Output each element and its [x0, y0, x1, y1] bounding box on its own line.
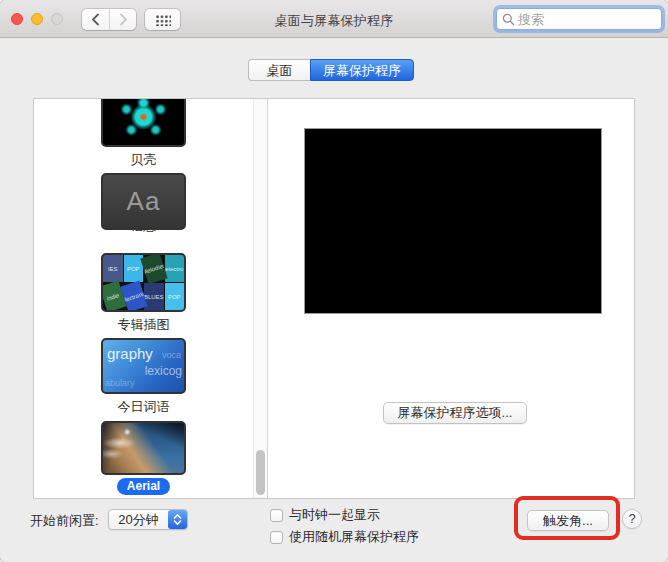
chevron-up-down-icon [173, 513, 182, 526]
word-sample: graphy [107, 345, 153, 362]
list-item-shell[interactable]: 贝壳 [34, 98, 253, 169]
list-scrollbar-track[interactable] [253, 99, 267, 498]
search-field[interactable] [496, 8, 662, 30]
random-saver-label: 使用随机屏幕保护程序 [289, 528, 419, 546]
list-scrollbar-thumb[interactable] [256, 450, 265, 495]
idle-time-popup[interactable]: 20分钟 [108, 509, 188, 530]
idle-time-value: 20分钟 [109, 511, 168, 529]
search-input[interactable] [518, 12, 648, 27]
tab-bar: 桌面 屏幕保护程序 [248, 59, 414, 81]
show-with-clock-label: 与时钟一起显示 [289, 506, 380, 524]
word-of-day-thumbnail[interactable]: graphy voca lexicog abulary [101, 338, 186, 394]
word-sample: abulary [105, 378, 135, 388]
aerial-thumbnail[interactable] [101, 421, 186, 475]
random-saver-row: 使用随机屏幕保护程序 [270, 528, 419, 546]
grid-icon [155, 14, 171, 26]
word-sample: lexicog [145, 364, 182, 378]
tab-screensaver[interactable]: 屏幕保护程序 [310, 59, 414, 81]
pane-divider [267, 99, 268, 498]
search-icon [502, 13, 515, 26]
back-button[interactable] [82, 9, 109, 30]
minimize-button[interactable] [31, 13, 43, 25]
message-thumbnail[interactable]: Aa [101, 173, 186, 230]
titlebar: 桌面与屏幕保护程序 [0, 0, 668, 38]
album-tile: IES [103, 255, 123, 282]
shell-thumbnail[interactable] [101, 98, 186, 147]
album-tile: electro [165, 255, 185, 282]
selected-saver-badge: Aerial [117, 478, 170, 495]
help-button[interactable]: ? [622, 509, 642, 529]
album-artwork-thumbnail[interactable]: IES POP Melodies electro indie electroni… [101, 253, 186, 312]
show-with-clock-checkbox[interactable] [270, 509, 283, 522]
forward-button-disabled [109, 9, 136, 30]
idle-time-label: 开始前闲置: [30, 512, 99, 530]
tab-desktop[interactable]: 桌面 [248, 59, 310, 81]
aa-sample-text: Aa [127, 186, 161, 217]
chevron-left-icon [91, 13, 100, 26]
random-saver-checkbox[interactable] [270, 531, 283, 544]
list-item-message[interactable]: Aa 信息 [34, 173, 253, 235]
album-tile: POP [165, 283, 185, 310]
saver-label: 今日词语 [34, 398, 253, 416]
show-all-button[interactable] [145, 9, 180, 30]
history-nav-segment [82, 9, 136, 30]
album-tile: electronic [120, 281, 147, 312]
popup-stepper [168, 510, 187, 529]
content-box: 贝壳 Aa 信息 IES POP Melodies electro indie … [33, 98, 635, 499]
list-item-album-artwork[interactable]: IES POP Melodies electro indie electroni… [34, 253, 253, 334]
window-title: 桌面与屏幕保护程序 [184, 12, 484, 30]
zoom-button-disabled [51, 13, 63, 25]
album-tile: Melodies [140, 253, 167, 284]
list-item-aerial-selected[interactable]: Aerial [34, 421, 253, 495]
screensaver-options-button[interactable]: 屏幕保护程序选项... [383, 402, 527, 424]
screensaver-preview [304, 128, 602, 314]
chevron-right-icon [119, 13, 128, 26]
close-button[interactable] [11, 13, 23, 25]
hot-corners-button[interactable]: 触发角... [527, 510, 609, 531]
saver-label: 贝壳 [34, 151, 253, 169]
desktop-screensaver-preferences-window: 桌面与屏幕保护程序 桌面 屏幕保护程序 贝壳 Aa 信息 IES POP [0, 0, 668, 562]
saver-label: 专辑插图 [34, 316, 253, 334]
word-sample: voca [162, 350, 181, 360]
show-with-clock-row: 与时钟一起显示 [270, 506, 380, 524]
list-item-word-of-day[interactable]: graphy voca lexicog abulary 今日词语 [34, 338, 253, 416]
